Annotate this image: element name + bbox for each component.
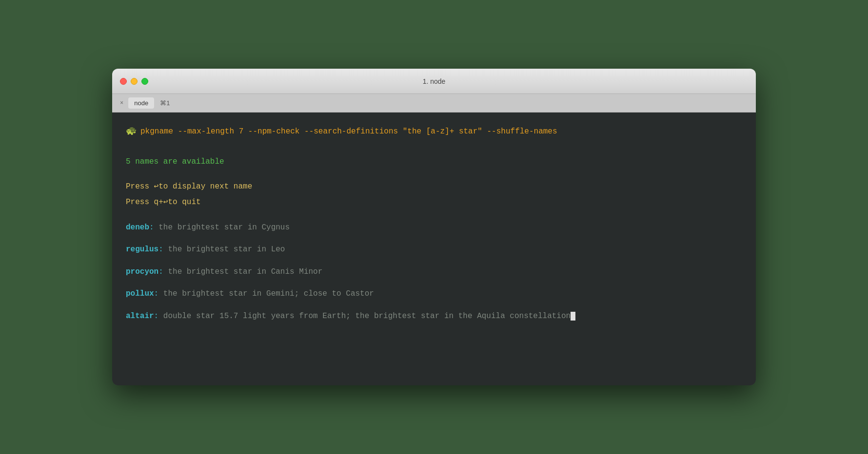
terminal-content: 🐢 pkgname --max-length 7 --npm-check --s… <box>112 113 756 385</box>
result-name-regulus: regulus <box>126 245 158 254</box>
command-line: 🐢 pkgname --max-length 7 --npm-check --s… <box>126 124 742 138</box>
result-colon-regulus: : <box>158 245 163 254</box>
tab-close-button[interactable]: × <box>117 99 126 108</box>
result-altair: altair: double star 15.7 light years fro… <box>126 310 742 323</box>
result-colon-pollux: : <box>154 289 159 298</box>
result-desc-regulus: the brightest star in Leo <box>163 245 285 254</box>
result-name-altair: altair <box>126 312 154 321</box>
result-desc-altair: double star 15.7 light years from Earth;… <box>158 312 571 321</box>
terminal-cursor <box>571 312 575 321</box>
result-name-pollux: pollux <box>126 289 154 298</box>
available-line: 5 names are available <box>126 156 742 169</box>
result-desc-pollux: the brightest star in Gemini; close to C… <box>158 289 374 298</box>
press-quit-line: Press q+↩to quit <box>126 196 742 209</box>
tab-bar: × node ⌘1 <box>112 94 756 113</box>
tab-label[interactable]: node <box>128 97 154 109</box>
maximize-button[interactable] <box>141 78 148 85</box>
turtle-icon: 🐢 <box>126 124 137 138</box>
traffic-lights <box>120 78 148 85</box>
result-name-procyon: procyon <box>126 267 158 276</box>
result-procyon: procyon: the brightest star in Canis Min… <box>126 266 742 279</box>
titlebar: 1. node <box>112 69 756 94</box>
terminal-window: 1. node × node ⌘1 🐢 pkgname --max-length… <box>112 69 756 385</box>
window-title: 1. node <box>423 77 446 85</box>
result-deneb: deneb: the brightest star in Cygnus <box>126 222 742 234</box>
result-desc-procyon: the brightest star in Canis Minor <box>163 267 322 276</box>
blank-2 <box>126 171 742 181</box>
command-text: pkgname --max-length 7 --npm-check --sea… <box>140 126 557 138</box>
result-colon-altair: : <box>154 312 159 321</box>
result-colon-procyon: : <box>158 267 163 276</box>
result-desc-deneb: the brightest star in Cygnus <box>154 223 290 232</box>
blank-3 <box>126 212 742 222</box>
result-name-deneb: deneb <box>126 223 149 232</box>
blank-1 <box>126 146 742 156</box>
result-pollux: pollux: the brightest star in Gemini; cl… <box>126 288 742 301</box>
tab-shortcut: ⌘1 <box>156 97 174 109</box>
press-next-line: Press ↩to display next name <box>126 181 742 193</box>
minimize-button[interactable] <box>131 78 138 85</box>
result-colon-deneb: : <box>149 223 154 232</box>
close-button[interactable] <box>120 78 127 85</box>
result-regulus: regulus: the brightest star in Leo <box>126 244 742 256</box>
